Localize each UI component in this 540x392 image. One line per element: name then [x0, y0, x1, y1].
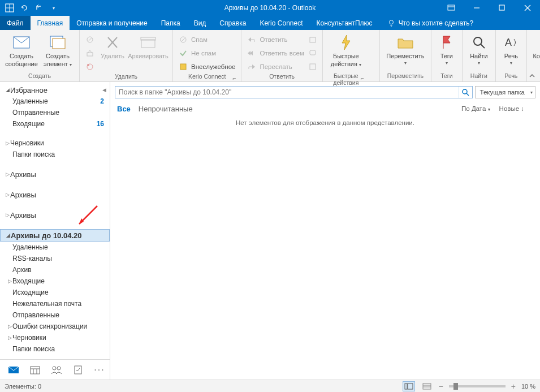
delete-icon [103, 33, 122, 51]
forward-button[interactable]: Переслать [245, 61, 306, 73]
favorites-header[interactable]: ◢Избранное◀ [0, 82, 110, 96]
sub-archive[interactable]: Архив [0, 264, 110, 275]
more-reply-button[interactable] [306, 61, 319, 73]
lightning-icon [337, 33, 355, 51]
group-delete-label: Удалить [83, 73, 169, 81]
non-business-button[interactable]: Внеслужебное [176, 61, 237, 73]
launcher-icon[interactable]: ⌐ [231, 75, 237, 81]
search-scope-dropdown[interactable]: Текущая папка▾ [475, 86, 536, 98]
tab-view[interactable]: Вид [187, 16, 213, 30]
sort-by-button[interactable]: По Дата ▾ [461, 105, 490, 112]
ignore-icon [85, 35, 94, 44]
ribbon-display-button[interactable] [438, 0, 464, 16]
qat-customize-icon[interactable]: ▾ [49, 3, 59, 13]
zoom-in-button[interactable]: + [511, 382, 516, 391]
navigation-bar: ··· [0, 359, 110, 380]
ignore-button[interactable] [83, 33, 98, 46]
view-reading-button[interactable] [421, 381, 433, 391]
archive-button[interactable]: Архивировать [127, 31, 169, 59]
filter-unread[interactable]: Непрочитанные [139, 105, 193, 113]
tab-home[interactable]: Главная [31, 16, 70, 30]
archives-1[interactable]: ▷Архивы [0, 168, 110, 180]
nav-mail-icon[interactable] [8, 364, 19, 376]
reply-icon [247, 35, 256, 44]
archives-until-10-04-20[interactable]: ◢Архивы до 10.04.20 [0, 229, 110, 242]
sort-direction-button[interactable]: Новые ↓ [499, 105, 524, 112]
acct-drafts[interactable]: ▷Черновики [0, 137, 110, 149]
search-box[interactable] [115, 86, 473, 98]
move-button[interactable]: Переместить ▾ [383, 31, 427, 66]
nav-more-icon[interactable]: ··· [94, 364, 105, 376]
sub-outbox[interactable]: Исходящие [0, 287, 110, 298]
fav-sent[interactable]: Отправленные [0, 107, 110, 118]
cleanup-icon [85, 49, 94, 58]
reply-all-button[interactable]: Ответить всем [245, 47, 306, 59]
svg-rect-26 [180, 64, 186, 70]
archives-3[interactable]: ▷Архивы [0, 209, 110, 221]
nav-calendar-icon[interactable] [29, 364, 41, 376]
cleanup-button[interactable] [83, 47, 98, 59]
tab-kerio[interactable]: Kerio Connect [253, 16, 309, 30]
reply-button[interactable]: Ответить [245, 33, 306, 46]
spam-button[interactable]: Спам [176, 33, 237, 46]
archives-2[interactable]: ▷Архивы [0, 188, 110, 201]
sub-drafts[interactable]: ▷Черновики [0, 332, 110, 343]
sub-junk[interactable]: Нежелательная почта [0, 298, 110, 309]
svg-rect-46 [405, 384, 407, 389]
view-normal-button[interactable] [403, 381, 415, 391]
new-items-button[interactable]: Создать элемент ▾ [40, 31, 76, 67]
svg-rect-28 [310, 50, 316, 55]
search-icon[interactable] [459, 87, 472, 98]
not-spam-button[interactable]: Не спам [176, 47, 237, 59]
new-items-icon [49, 33, 67, 51]
tab-sendreceive[interactable]: Отправка и получение [70, 16, 154, 30]
group-tags-label: Теги [435, 72, 459, 81]
tell-me-label: Что вы хотите сделать? [399, 19, 474, 27]
new-email-button[interactable]: Создать сообщение [3, 31, 40, 67]
svg-point-40 [53, 367, 56, 370]
im-button[interactable] [306, 47, 319, 59]
tab-file[interactable]: Файл [0, 16, 31, 30]
filter-all[interactable]: Все [117, 105, 131, 113]
launcher-icon[interactable]: ⌐ [359, 75, 366, 81]
qat-undo-icon[interactable] [34, 3, 44, 13]
zoom-slider[interactable] [449, 385, 506, 387]
consultant-button[interactable]: КонсультантПлюс ▾ [530, 31, 540, 66]
empty-message: Нет элементов для отображения в данном п… [110, 116, 540, 126]
quick-steps-button[interactable]: Быстрые действия ▾ [326, 31, 366, 67]
find-button[interactable]: Найти ▾ [466, 31, 492, 66]
nav-people-icon[interactable] [51, 364, 62, 376]
chevron-left-icon[interactable]: ◀ [102, 87, 110, 93]
maximize-button[interactable] [489, 0, 515, 16]
close-button[interactable] [515, 0, 540, 16]
sub-sent[interactable]: Отправленные [0, 309, 110, 321]
search-input[interactable] [115, 88, 459, 96]
tell-me-search[interactable]: Что вы хотите сделать? [379, 16, 474, 30]
fav-inbox[interactable]: Входящие16 [0, 118, 110, 130]
meeting-button[interactable] [306, 33, 319, 46]
minimize-button[interactable] [464, 0, 489, 16]
meeting-icon [309, 35, 317, 44]
nav-tasks-icon[interactable] [72, 364, 84, 376]
speech-button[interactable]: A Речь ▾ [499, 31, 523, 66]
collapse-ribbon-icon[interactable] [529, 72, 537, 80]
acct-search-folders[interactable]: Папки поиска [0, 149, 110, 160]
qat-sendreceive-icon[interactable] [19, 3, 29, 13]
sub-rss[interactable]: RSS-каналы [0, 253, 110, 264]
tab-folder[interactable]: Папка [154, 16, 187, 30]
sub-deleted[interactable]: Удаленные [0, 242, 110, 253]
zoom-out-button[interactable]: − [439, 382, 443, 391]
fav-deleted[interactable]: Удаленные2 [0, 96, 110, 107]
tab-consultant[interactable]: КонсультантПлюс [309, 16, 379, 30]
zoom-level[interactable]: 10 % [521, 383, 535, 390]
junk-button[interactable] [83, 61, 98, 73]
sub-inbox[interactable]: ▷Входящие [0, 275, 110, 287]
svg-rect-27 [310, 37, 316, 42]
group-speech-label: Речь [499, 72, 523, 81]
tags-button[interactable]: Теги ▾ [435, 31, 459, 66]
svg-rect-17 [87, 53, 93, 56]
delete-button[interactable]: Удалить [98, 31, 127, 59]
tab-help[interactable]: Справка [213, 16, 253, 30]
sub-search[interactable]: Папки поиска [0, 343, 110, 355]
sub-syncerr[interactable]: ▷Ошибки синхронизации [0, 321, 110, 332]
